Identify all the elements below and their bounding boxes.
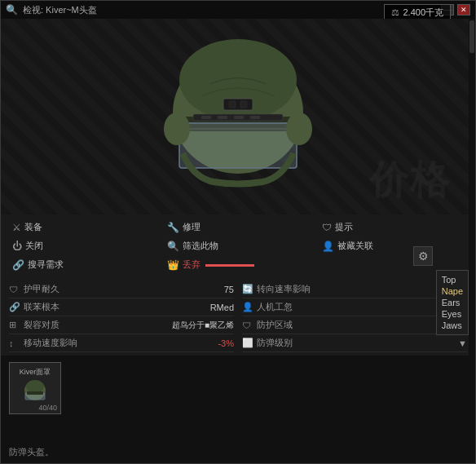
stats-right: 🔄 转向速率影响 -5% 👤 人机工忽 -1% 🛡 防护区域 ▼ bbox=[242, 281, 467, 352]
body-part-eyes[interactable]: Eyes bbox=[442, 308, 463, 320]
class-dropdown[interactable]: ▼ bbox=[458, 338, 467, 348]
stat-row-speed: ↕ 移动速度影响 -3% bbox=[9, 334, 234, 352]
hint-button[interactable]: 🛡 提示 bbox=[319, 219, 467, 235]
repair-icon: 🔧 bbox=[167, 222, 179, 233]
stat-value-material2: 超鸟分于■聚乙烯 bbox=[172, 320, 234, 331]
equip-label: 装备 bbox=[24, 221, 42, 233]
link-icon: 🔗 bbox=[9, 302, 20, 312]
shield-icon: 🛡 bbox=[9, 285, 20, 294]
settings-button[interactable]: ⚙ bbox=[413, 246, 433, 266]
svg-rect-8 bbox=[218, 116, 227, 119]
helmet-image-area: 价格 bbox=[1, 19, 475, 214]
svg-rect-3 bbox=[179, 123, 297, 168]
class-icon: ⬜ bbox=[242, 338, 253, 348]
needs-icon: 🔗 bbox=[12, 259, 24, 271]
stat-label-class: 防弹级别 bbox=[257, 337, 455, 349]
hint-label: 提示 bbox=[335, 221, 353, 233]
inventory-grid: Kiver面罩 40/40 bbox=[9, 362, 467, 414]
stat-label-turn: 转向速率影响 bbox=[257, 283, 447, 295]
svg-point-14 bbox=[164, 113, 190, 145]
equip-icon: ⚔ bbox=[12, 222, 21, 233]
stat-label-material2: 裂容对质 bbox=[24, 319, 169, 331]
discard-button[interactable]: 👑 丢弃 bbox=[164, 257, 312, 272]
stat-value-durability: 75 bbox=[224, 285, 234, 294]
stats-area: 🛡 护甲耐久 75 🔗 联苯根本 RMed ⊞ 裂容对质 超鸟分于■聚乙烯 ↕ … bbox=[1, 277, 475, 356]
titlebar-left: 🔍 检视: Kiver~M头盔 bbox=[6, 4, 97, 16]
grid-icon: ⊞ bbox=[9, 320, 20, 330]
close-window-button[interactable]: ✕ bbox=[457, 4, 470, 15]
linked-icon: 👤 bbox=[322, 241, 334, 252]
stat-value-speed: -3% bbox=[218, 338, 234, 348]
needs-label: 搜寻需求 bbox=[28, 259, 64, 271]
linked-label: 被藏关联 bbox=[337, 240, 373, 252]
equip-button[interactable]: ⚔ 装备 bbox=[9, 219, 157, 235]
stat-row-material2: ⊞ 裂容对质 超鸟分于■聚乙烯 bbox=[9, 316, 234, 334]
stat-row-zones[interactable]: 🛡 防护区域 ▼ bbox=[242, 316, 467, 334]
speed-icon: ↕ bbox=[9, 338, 20, 348]
stat-row-material: 🔗 联苯根本 RMed bbox=[9, 298, 234, 316]
repair-button[interactable]: 🔧 修理 bbox=[164, 219, 312, 235]
close-label: 关闭 bbox=[25, 240, 43, 252]
stat-row-turn: 🔄 转向速率影响 -5% bbox=[242, 281, 467, 298]
svg-rect-10 bbox=[250, 116, 260, 119]
turn-icon: 🔄 bbox=[242, 284, 253, 294]
hint-icon: 🛡 bbox=[322, 222, 332, 233]
stat-label-speed: 移动速度影响 bbox=[24, 337, 214, 349]
body-part-top[interactable]: Top bbox=[442, 274, 463, 285]
settings-icon: ⚙ bbox=[418, 250, 429, 263]
stat-row-class[interactable]: ⬜ 防弹级别 ▼ bbox=[242, 334, 467, 352]
svg-point-15 bbox=[286, 113, 312, 145]
scrollbar[interactable] bbox=[469, 19, 475, 463]
discard-label: 丢弃 bbox=[183, 259, 201, 271]
window-title: 检视: Kiver~M头盔 bbox=[23, 4, 97, 16]
body-part-nape[interactable]: Nape bbox=[442, 285, 463, 297]
stat-label-material: 联苯根本 bbox=[24, 301, 207, 313]
weight-value: 2.400千克 bbox=[403, 7, 443, 19]
helmet-image bbox=[148, 35, 328, 198]
scroll-thumb[interactable] bbox=[469, 20, 474, 53]
search-needs-button[interactable]: 🔗 搜寻需求 bbox=[9, 257, 157, 272]
inventory-item-name: Kiver面罩 bbox=[20, 368, 51, 377]
stat-label-ergo: 人机工忽 bbox=[257, 301, 447, 313]
body-part-jaws[interactable]: Jaws bbox=[442, 320, 463, 331]
discard-progress-bar bbox=[205, 264, 254, 267]
svg-rect-19 bbox=[27, 391, 43, 395]
body-parts-tooltip[interactable]: Top Nape Ears Eyes Jaws bbox=[436, 270, 469, 335]
svg-rect-13 bbox=[240, 101, 247, 108]
stats-grid: 🛡 护甲耐久 75 🔗 联苯根本 RMed ⊞ 裂容对质 超鸟分于■聚乙烯 ↕ … bbox=[9, 281, 467, 352]
action-row: ⚔ 装备 🔧 修理 🛡 提示 ⏻ 关闭 🔍 筛选此物 👤 被藏关联 🔗 搜寻需求 bbox=[1, 214, 475, 277]
discard-icon: 👑 bbox=[167, 259, 179, 271]
close-button[interactable]: ⏻ 关闭 bbox=[9, 238, 157, 254]
svg-point-17 bbox=[26, 380, 44, 393]
inventory-item-count: 40/40 bbox=[38, 404, 57, 412]
stat-value-material: RMed bbox=[210, 303, 234, 312]
svg-rect-9 bbox=[234, 116, 244, 119]
inventory-area: Kiver面罩 40/40 防弹头盔。 bbox=[1, 356, 475, 463]
chevron-down-icon-2: ▼ bbox=[458, 338, 467, 348]
svg-rect-12 bbox=[229, 101, 236, 108]
item-description: 防弹头盔。 bbox=[9, 446, 54, 458]
filter-icon: 🔍 bbox=[167, 241, 179, 252]
body-part-ears[interactable]: Ears bbox=[442, 297, 463, 308]
stat-row-durability: 🛡 护甲耐久 75 bbox=[9, 281, 234, 298]
inventory-slot-helmet[interactable]: Kiver面罩 40/40 bbox=[9, 362, 61, 414]
stat-row-ergo: 👤 人机工忽 -1% bbox=[242, 298, 467, 316]
svg-rect-11 bbox=[223, 99, 253, 110]
filter-label: 筛选此物 bbox=[183, 240, 218, 252]
stats-left: 🛡 护甲耐久 75 🔗 联苯根本 RMed ⊞ 裂容对质 超鸟分于■聚乙烯 ↕ … bbox=[9, 281, 234, 352]
stat-label-zones: 防护区域 bbox=[257, 319, 455, 331]
linked-search-button[interactable]: 👤 被藏关联 bbox=[319, 238, 467, 254]
weight-icon: ⚖ bbox=[391, 7, 399, 18]
ergo-icon: 👤 bbox=[242, 302, 253, 312]
repair-label: 修理 bbox=[183, 221, 201, 233]
filter-button[interactable]: 🔍 筛选此物 bbox=[164, 238, 312, 254]
zones-icon: 🛡 bbox=[242, 320, 253, 330]
watermark: 价格 bbox=[369, 154, 451, 206]
svg-rect-7 bbox=[201, 116, 211, 119]
inspect-icon: 🔍 bbox=[6, 4, 18, 15]
close-icon: ⏻ bbox=[12, 241, 22, 252]
main-window: 🔍 检视: Kiver~M头盔 — ✕ ⚖ 2.400千克 bbox=[0, 0, 476, 464]
stat-label-durability: 护甲耐久 bbox=[24, 283, 221, 295]
